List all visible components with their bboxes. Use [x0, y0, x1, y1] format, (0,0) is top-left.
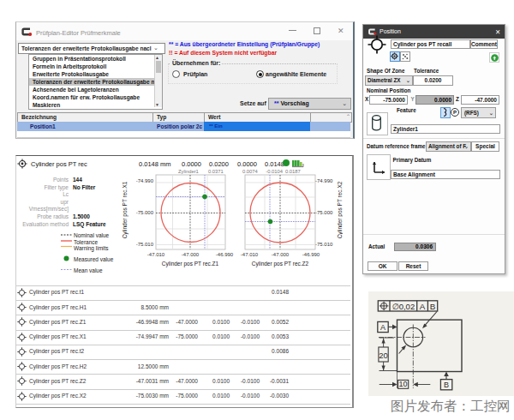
svg-text:20: 20	[379, 351, 388, 360]
svg-text:Cylinder pos PT rec.X2: Cylinder pos PT rec.X2	[337, 181, 343, 238]
svg-text:A: A	[380, 323, 386, 332]
svg-text:A: A	[420, 302, 426, 311]
svg-text:10: 10	[399, 380, 408, 388]
svg-text:∅0,02: ∅0,02	[391, 302, 415, 311]
svg-text:Cylinder pos PT rec.X1: Cylinder pos PT rec.X1	[122, 181, 128, 238]
svg-text:B: B	[430, 302, 436, 311]
svg-text:B: B	[444, 381, 449, 389]
